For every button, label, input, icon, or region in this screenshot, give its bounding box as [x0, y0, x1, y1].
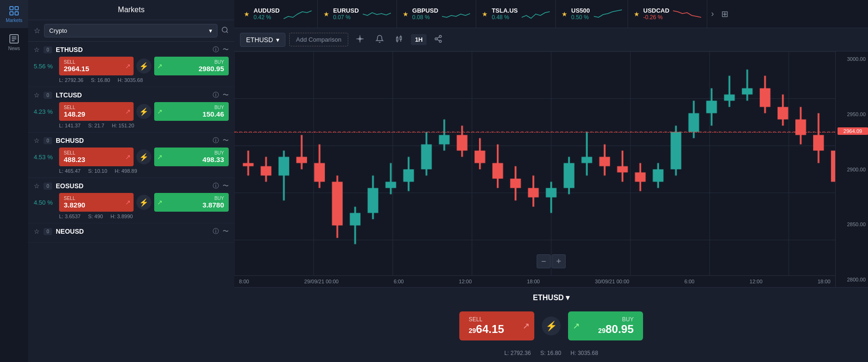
- bchusd-star-icon[interactable]: ☆: [34, 137, 40, 144]
- ltcusd-spread: S: 21.7: [88, 123, 105, 128]
- add-comparison-button[interactable]: Add Comparison: [289, 33, 349, 46]
- eosusd-buy-button[interactable]: ↗ BUY 3.8780: [154, 193, 229, 212]
- chart-symbol-label: ETHUSD: [246, 36, 273, 44]
- bottom-buy-button[interactable]: ↗ BUY 2980.95: [568, 311, 643, 340]
- category-dropdown[interactable]: Crypto ▾: [44, 24, 217, 37]
- us500-star-icon: ★: [561, 10, 568, 18]
- ticker-tslaus[interactable]: ★ TSLA.US 0.48 %: [476, 0, 556, 28]
- svg-line-23: [437, 37, 439, 38]
- instrument-eosusd[interactable]: ☆ 0 EOSUSD ⓘ 〜 4.50 % SELL 3.8290 ↗ ⚡ ↗ …: [28, 178, 234, 223]
- favorite-filter-btn[interactable]: ☆: [34, 26, 40, 35]
- usdcad-star-icon: ★: [634, 10, 640, 18]
- eosusd-trade-icon[interactable]: ⚡: [136, 195, 151, 210]
- ltcusd-trade-icon[interactable]: ⚡: [136, 104, 151, 119]
- ltcusd-star-icon[interactable]: ☆: [34, 91, 40, 99]
- search-button[interactable]: [221, 26, 229, 36]
- ticker-audusd[interactable]: ★ AUDUSD 0.42 %: [238, 0, 318, 28]
- ethusd-trade-icon[interactable]: ⚡: [136, 59, 151, 74]
- gbpusd-ticker-name: GBPUSD: [412, 7, 439, 14]
- bchusd-sell-button[interactable]: SELL 488.23 ↗: [59, 148, 134, 166]
- ethusd-info-icon[interactable]: ⓘ: [213, 45, 219, 54]
- instrument-ltcusd[interactable]: ☆ 0 LTCUSD ⓘ 〜 4.23 % SELL 148.29 ↗ ⚡ ↗ …: [28, 87, 234, 133]
- bchusd-info-icon[interactable]: ⓘ: [213, 136, 219, 145]
- neousd-info-icon[interactable]: ⓘ: [213, 227, 219, 236]
- ticker-usdcad[interactable]: ★ USDCAD -0.26 %: [628, 0, 708, 28]
- usdcad-ticker-name: USDCAD: [644, 7, 670, 14]
- neousd-star-icon[interactable]: ☆: [34, 228, 40, 235]
- bottom-high: H: 3035.68: [570, 350, 598, 356]
- ltcusd-buy-button[interactable]: ↗ BUY 150.46: [154, 102, 229, 121]
- bottom-trade-panel: ETHUSD ▾ SELL 2964.15 ↗ ⚡ ↗ BUY 2980.95 …: [234, 287, 868, 362]
- svg-point-20: [435, 37, 437, 40]
- bottom-buy-price: 2980.95: [598, 323, 634, 336]
- ltcusd-sell-button[interactable]: SELL 148.29 ↗: [59, 102, 134, 121]
- ticker-more-icon[interactable]: ›: [707, 9, 718, 19]
- neousd-badge: 0: [44, 228, 52, 235]
- timeframe-1h-btn[interactable]: 1H: [411, 34, 427, 45]
- instrument-ethusd[interactable]: ☆ 0 ETHUSD ⓘ 〜 5.56 % SELL 2964.15 ↗ ⚡ ↗…: [28, 42, 234, 87]
- sidebar-news-label: News: [8, 46, 20, 51]
- ethusd-sell-button[interactable]: SELL 2964.15 ↗: [59, 57, 134, 75]
- ethusd-spread: S: 16.80: [91, 77, 110, 83]
- bottom-sell-label: SELL: [469, 316, 482, 323]
- ltcusd-badge: 0: [44, 92, 52, 99]
- eurusd-ticker-name: EURUSD: [333, 7, 359, 14]
- bottom-symbol-arrow-icon: ▾: [566, 293, 569, 302]
- bchusd-name: BCHUSD: [56, 137, 209, 144]
- ticker-eurusd[interactable]: ★ EURUSD 0.07 %: [318, 0, 397, 28]
- ticker-us500[interactable]: ★ US500 0.50 %: [556, 0, 628, 28]
- svg-rect-13: [397, 37, 398, 41]
- neousd-chart-icon[interactable]: 〜: [223, 227, 229, 236]
- bottom-trade-icon[interactable]: ⚡: [542, 317, 561, 335]
- us500-ticker-name: US500: [571, 7, 590, 14]
- usdcad-change: -0.26 %: [644, 14, 670, 21]
- zoom-out-button[interactable]: −: [537, 254, 551, 268]
- price-3000: 3000.00: [838, 56, 866, 62]
- gbpusd-sparkline: [442, 7, 470, 21]
- svg-rect-2: [10, 12, 13, 15]
- time-label-1: 29/09/21 00:00: [304, 279, 338, 284]
- time-label-8: 18:00: [817, 279, 831, 284]
- chart-area: 3000.00 2950.00 2900.00 2850.00 2800.00 …: [234, 52, 868, 287]
- chart-symbol-dropdown[interactable]: ETHUSD ▾: [240, 33, 285, 47]
- bchusd-chart-icon[interactable]: 〜: [223, 136, 229, 145]
- ethusd-star-icon[interactable]: ☆: [34, 46, 40, 53]
- ethusd-high: H: 3035.68: [118, 77, 143, 83]
- ethusd-buy-button[interactable]: ↗ BUY 2980.95: [154, 57, 229, 75]
- price-dashed-line: [234, 132, 835, 133]
- audusd-ticker-name: AUDUSD: [254, 7, 280, 14]
- markets-toolbar: ☆ Crypto ▾: [28, 20, 234, 42]
- eosusd-sell-button[interactable]: SELL 3.8290 ↗: [59, 193, 134, 212]
- eosusd-info-icon[interactable]: ⓘ: [213, 182, 219, 190]
- bottom-sell-button[interactable]: SELL 2964.15 ↗: [459, 311, 534, 340]
- eosusd-chart-icon[interactable]: 〜: [223, 182, 229, 190]
- ltcusd-info-icon[interactable]: ⓘ: [213, 91, 219, 99]
- current-price-tag: 2964.09: [838, 127, 868, 135]
- zoom-controls: − +: [537, 254, 566, 268]
- sidebar: Markets News: [0, 0, 28, 362]
- ethusd-chart-icon[interactable]: 〜: [223, 45, 229, 54]
- candle-type-btn[interactable]: [391, 33, 407, 47]
- alarm-tool-btn[interactable]: [372, 33, 388, 47]
- eosusd-badge: 0: [44, 183, 52, 190]
- zoom-in-button[interactable]: +: [552, 254, 566, 268]
- eosusd-star-icon[interactable]: ☆: [34, 182, 40, 190]
- ethusd-change: 5.56 %: [34, 63, 56, 70]
- ltcusd-chart-icon[interactable]: 〜: [223, 91, 229, 99]
- instrument-bchusd[interactable]: ☆ 0 BCHUSD ⓘ 〜 4.53 % SELL 488.23 ↗ ⚡ ↗ …: [28, 133, 234, 178]
- svg-point-19: [439, 35, 441, 37]
- bottom-symbol-label: ETHUSD ▾: [533, 293, 569, 302]
- sidebar-item-markets[interactable]: Markets: [0, 0, 28, 28]
- ltcusd-change: 4.23 %: [34, 108, 56, 115]
- ticker-grid-icon[interactable]: ⊞: [718, 9, 732, 19]
- bchusd-buy-button[interactable]: ↗ BUY 498.33: [154, 148, 229, 166]
- eurusd-star-icon: ★: [323, 10, 329, 18]
- bchusd-trade-icon[interactable]: ⚡: [136, 149, 151, 164]
- share-btn[interactable]: [430, 33, 446, 47]
- ltcusd-low: L: 141.37: [59, 123, 81, 128]
- sidebar-item-news[interactable]: News: [0, 28, 28, 56]
- instruments-list: ☆ 0 ETHUSD ⓘ 〜 5.56 % SELL 2964.15 ↗ ⚡ ↗…: [28, 42, 234, 362]
- crosshair-tool-btn[interactable]: [352, 33, 368, 47]
- instrument-neousd[interactable]: ☆ 0 NEOUSD ⓘ 〜: [28, 223, 234, 243]
- ticker-gbpusd[interactable]: ★ GBPUSD 0.08 %: [397, 0, 477, 28]
